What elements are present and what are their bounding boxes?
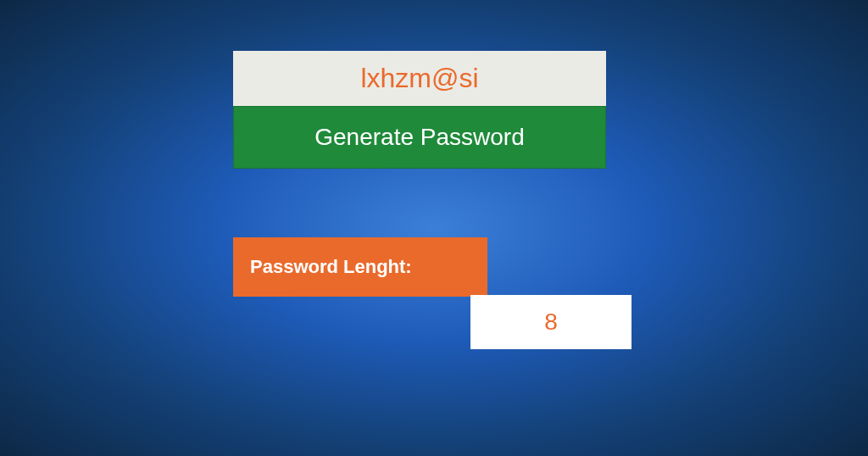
generate-button[interactable]: Generate Password: [233, 106, 606, 169]
length-section: Password Lenght:: [233, 237, 487, 297]
password-output[interactable]: [233, 51, 606, 106]
length-input[interactable]: [470, 295, 632, 349]
length-label: Password Lenght:: [233, 237, 487, 297]
generator-panel: Generate Password: [233, 51, 606, 169]
